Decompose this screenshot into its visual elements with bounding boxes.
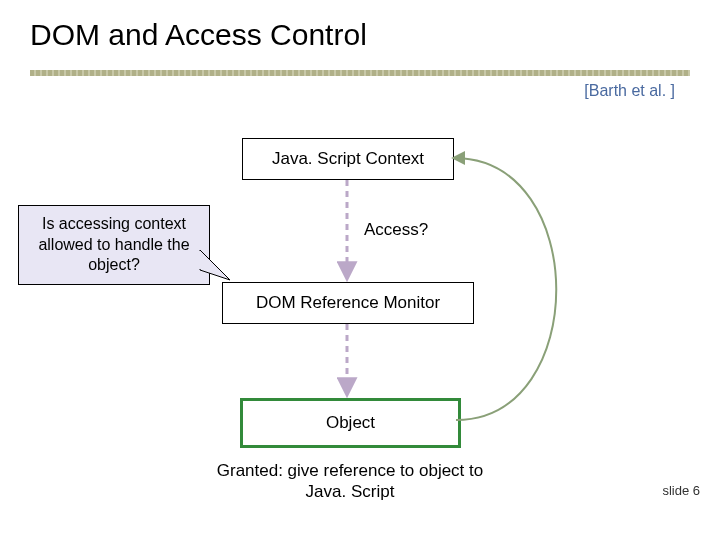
slide-title: DOM and Access Control	[30, 18, 367, 52]
box-object-label: Object	[326, 413, 375, 433]
slide-number: slide 6	[662, 483, 700, 498]
callout-question-text: Is accessing context allowed to handle t…	[23, 214, 205, 276]
box-object: Object	[240, 398, 461, 448]
label-access: Access?	[364, 220, 428, 240]
citation: [Barth et al. ]	[584, 82, 675, 100]
box-dom-reference-monitor: DOM Reference Monitor	[222, 282, 474, 324]
box-javascript-context: Java. Script Context	[242, 138, 454, 180]
label-granted: Granted: give reference to object to Jav…	[210, 460, 490, 503]
box-javascript-context-label: Java. Script Context	[272, 149, 424, 169]
box-dom-reference-monitor-label: DOM Reference Monitor	[256, 293, 440, 313]
callout-question: Is accessing context allowed to handle t…	[18, 205, 210, 285]
title-underline	[30, 70, 690, 76]
